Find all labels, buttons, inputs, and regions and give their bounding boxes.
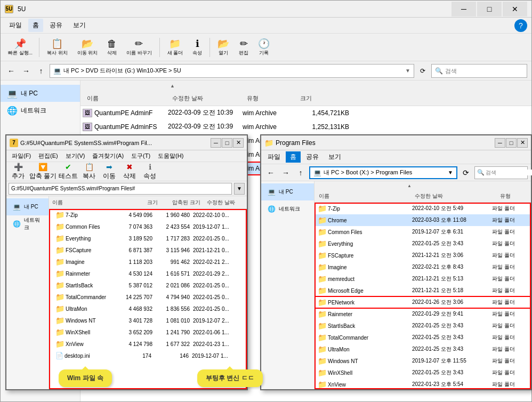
table-row[interactable]: 🖼 QuantumPE AdminF 2022-03-09 오전 10:39 w… (80, 106, 531, 120)
sec-col-date[interactable]: 수정한 날짜 (204, 199, 247, 206)
col-header-date[interactable]: 수정한 날짜 (168, 94, 243, 102)
sec-close-button[interactable]: ✕ (233, 138, 244, 148)
menu-view[interactable]: 보기 (69, 19, 90, 32)
right-search-input[interactable] (486, 170, 532, 175)
right-minimize-button[interactable]: ─ (495, 138, 505, 148)
help-button[interactable]: ? (514, 19, 527, 32)
list-item[interactable]: 📁 TotalCommander 14 225 707 4 794 940 20… (49, 291, 247, 303)
sec-col-name[interactable]: 이름 (49, 199, 118, 206)
menu-file[interactable]: 파일 (5, 19, 26, 32)
list-item[interactable]: 📁 WinXShell 2022-01-25 오전 3:43 파일 폴더 (315, 367, 531, 379)
list-item[interactable]: 📁 Everything 2022-01-25 오전 3:43 파일 폴더 (315, 238, 531, 250)
right-back-button[interactable]: ← (264, 166, 277, 179)
back-button[interactable]: ← (5, 65, 18, 77)
sec-add-button[interactable]: ➕ 추가 (9, 164, 28, 180)
menu-home[interactable]: 홈 (28, 19, 43, 32)
right-close-button[interactable]: ✕ (517, 138, 528, 148)
sec-minimize-button[interactable]: ─ (211, 138, 221, 148)
right-forward-button[interactable]: → (279, 166, 292, 179)
right-search-box[interactable]: 🔍 (474, 166, 528, 179)
right-sidebar-network[interactable]: 🌐 네트워크 (261, 200, 314, 218)
right-menu-file[interactable]: 파일 (263, 151, 285, 163)
table-row[interactable]: 🖼 QuantumPE AdminFS 2022-03-09 오전 10:39 … (80, 120, 531, 134)
copy-to-button[interactable]: 📋 복사 위치 (43, 36, 72, 59)
list-item[interactable]: 📁 memreduct 2021-12-21 오전 5:13 파일 폴더 (315, 273, 531, 285)
main-close-button[interactable]: ✕ (503, 2, 527, 17)
open-button[interactable]: 📂 열기 (213, 36, 233, 59)
right-maximize-button[interactable]: □ (506, 138, 517, 148)
list-item[interactable]: 📁 Rainmeter 4 530 124 1 616 571 2022-01-… (49, 268, 247, 279)
list-item[interactable]: 📁 FSCapture 2021-12-21 오전 3:06 파일 폴더 (315, 250, 531, 261)
right-dropdown-arrow[interactable]: ▼ (448, 170, 453, 175)
list-item[interactable]: 📁 Windows NT 2019-12-07 오후 11:55 파일 폴더 (315, 355, 531, 367)
list-item[interactable]: 📄 desktop.ini 174 146 2019-12-07 1... (49, 350, 247, 361)
sec-menu-edit[interactable]: 편집(E) (35, 151, 61, 161)
col-header-name[interactable]: 이름 (83, 94, 168, 102)
edit-button[interactable]: ✏ 편집 (235, 36, 253, 59)
rename-button[interactable]: ✏ 이름 바꾸기 (122, 36, 156, 59)
sidebar-item-mypc[interactable]: 💻 내 PC (1, 85, 80, 102)
breadcrumb-bar[interactable]: 💻 내 PC > DVD 드라이브 (G:) Win10-XPE > 5U ▼ (50, 64, 414, 78)
dropdown-arrow[interactable]: ▼ (405, 68, 410, 74)
sec-menu-file[interactable]: 파일(F) (9, 151, 34, 161)
sec-maximize-button[interactable]: □ (222, 138, 232, 148)
right-col-date-header[interactable]: 수정한 날짜 (410, 192, 496, 200)
sec-menu-view[interactable]: 보기(V) (62, 151, 88, 161)
list-item[interactable]: 📁 Common Files 2019-12-07 오후 6:31 파일 폴더 (315, 226, 531, 238)
sec-sidebar-network[interactable]: 🌐 네트워크 (6, 215, 49, 232)
sec-address-input[interactable] (9, 183, 232, 195)
list-item[interactable]: 📁 Imagine 1 118 203 991 462 2022-02-21 2… (49, 256, 247, 268)
list-item[interactable]: 📁 Common Files 7 074 363 2 423 554 2019-… (49, 221, 247, 232)
up-button[interactable]: ↑ (35, 65, 47, 77)
sec-menu-help[interactable]: 도움말(H) (155, 151, 187, 161)
list-item[interactable]: 📁 XnView 4 124 798 1 677 322 2022-01-23 … (49, 338, 247, 350)
right-menu-home[interactable]: 홈 (286, 151, 301, 163)
list-item[interactable]: 📁 Rainmeter 2022-01-29 오전 9:41 파일 폴더 (315, 308, 531, 320)
forward-button[interactable]: → (20, 65, 33, 77)
main-maximize-button[interactable]: □ (477, 2, 502, 17)
list-item[interactable]: 📁 7-Zip 2022-02-10 오전 5:49 파일 폴더 (315, 203, 531, 214)
delete-button[interactable]: 🗑 삭제 (103, 36, 121, 59)
sec-move-button[interactable]: ➡ 이동 (100, 164, 119, 180)
list-item[interactable]: 📁 WinXShell 3 652 209 1 241 790 2022-01-… (49, 326, 247, 338)
sec-menu-tools[interactable]: 도구(T) (128, 151, 154, 161)
list-item[interactable]: 📁 Chrome 2022-03-03 오후 11:08 파일 폴더 (315, 214, 531, 226)
right-col-name-header[interactable]: 이름 (315, 192, 410, 200)
refresh-button[interactable]: ⟳ (416, 65, 429, 77)
right-breadcrumb-bar[interactable]: 💻 내 PC > Boot (X:) > Program Files ▼ (309, 166, 457, 179)
right-refresh-button[interactable]: ⟳ (460, 166, 472, 179)
list-item[interactable]: 📁 Imagine 2022-02-21 오후 8:43 파일 폴더 (315, 261, 531, 273)
right-menu-view[interactable]: 보기 (324, 151, 345, 163)
col-header-size[interactable]: 크기 (296, 94, 349, 102)
list-item[interactable]: 📁 UltraMon 4 468 932 1 836 556 2022-01-2… (49, 303, 247, 315)
menu-share[interactable]: 공유 (45, 19, 67, 32)
list-item[interactable]: 📁 StartIsBack 2022-01-25 오전 3:43 파일 폴더 (315, 320, 531, 332)
sec-properties-button[interactable]: ℹ 속성 (140, 164, 159, 180)
list-item[interactable]: 📁 FSCapture 6 871 387 3 115 946 2021-12-… (49, 244, 247, 256)
sec-col-size[interactable]: 크기 (118, 199, 161, 206)
list-item[interactable]: 📁 PENetwork 2022-01-26 오전 3:06 파일 폴더 (315, 296, 531, 308)
right-sidebar-mypc[interactable]: 💻 내 PC (261, 183, 314, 200)
search-input[interactable] (445, 68, 523, 74)
properties-button[interactable]: ℹ 속성 (188, 36, 206, 59)
sidebar-item-network[interactable]: 🌐 네트워크 (1, 102, 80, 119)
list-item[interactable]: 📁 XnView 2022-01-23 오후 5:54 파일 폴더 (315, 379, 531, 389)
sec-copy-button[interactable]: 📋 복사 (79, 164, 99, 180)
new-folder-button[interactable]: 📁 새 폴더 (163, 36, 188, 59)
sec-sidebar-mypc[interactable]: 💻 내 PC (6, 198, 49, 215)
sec-address-go-button[interactable]: ▼ (234, 183, 245, 195)
list-item[interactable]: 📁 UltraMon 2022-01-25 오전 3:43 파일 폴더 (315, 343, 531, 355)
sec-extract-button[interactable]: 🔽 압축 풀기 (29, 164, 57, 180)
right-up-button[interactable]: ↑ (294, 166, 307, 179)
list-item[interactable]: 📁 StartIsBack 5 387 012 2 021 086 2022-0… (49, 279, 247, 291)
search-box-container[interactable]: 🔍 (431, 64, 527, 78)
sec-test-button[interactable]: ✔ 테스트 (58, 164, 78, 180)
list-item[interactable]: 📁 Windows NT 3 401 728 1 081 010 2019-12… (49, 315, 247, 326)
pin-button[interactable]: 📌 빠른 실행... (5, 36, 36, 59)
sec-menu-favorites[interactable]: 즐겨찾기(A) (89, 151, 127, 161)
col-header-type[interactable]: 유형 (243, 94, 296, 102)
main-minimize-button[interactable]: ─ (452, 2, 476, 17)
list-item[interactable]: 📁 Everything 3 189 520 1 717 283 2022-01… (49, 232, 247, 244)
right-col-type-header[interactable]: 유형 (496, 192, 531, 200)
list-item[interactable]: 📁 7-Zip 4 549 096 1 960 480 2022-02-10 0… (49, 209, 247, 221)
